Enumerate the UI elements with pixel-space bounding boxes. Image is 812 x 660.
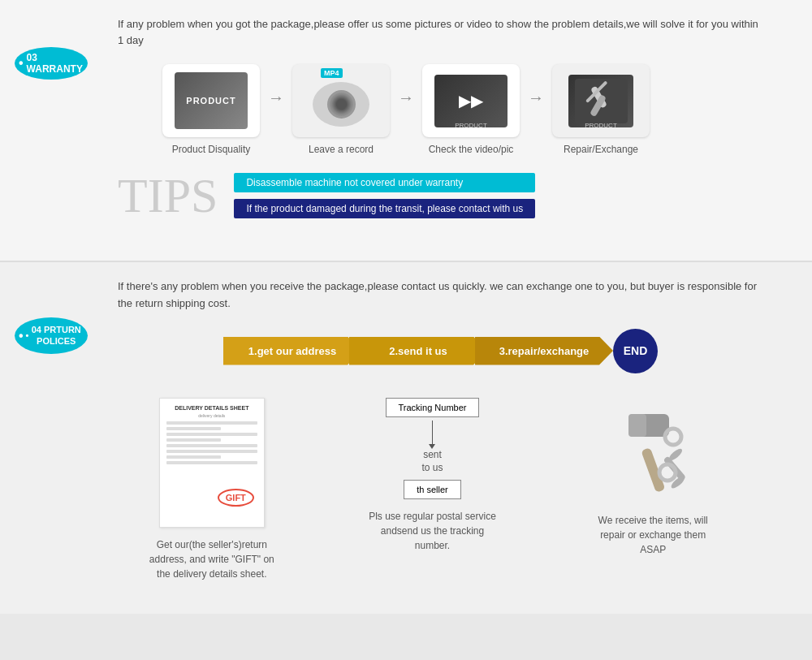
- step-icon-video: ▶▶ PRODUCT: [422, 64, 520, 137]
- sheet-subtitle: delivery details: [166, 413, 257, 418]
- mp4-badge: MP4: [321, 68, 343, 78]
- arrow-1: →: [268, 88, 284, 107]
- flow-step-3: 3.repair/exchange: [475, 337, 601, 365]
- step-icon-repair: PRODUCT: [552, 64, 650, 137]
- gift-oval: GIFT: [218, 489, 254, 507]
- page-wrapper: If any problem when you got the package,…: [0, 0, 812, 614]
- warranty-section: If any problem when you got the package,…: [0, 0, 812, 262]
- return-item-text-1: Get our(the seller's)return address, and…: [147, 537, 277, 581]
- video-product-label: PRODUCT: [422, 122, 520, 129]
- return-section: If there's any problem when you receive …: [0, 262, 812, 614]
- camera-lens: [327, 90, 356, 119]
- line1: [166, 421, 257, 425]
- line6: [166, 450, 257, 453]
- line3: [166, 433, 257, 436]
- tracking-sent: sent to us: [421, 448, 443, 476]
- return-item-text-2: Pls use regular postal service andsend u…: [368, 509, 498, 553]
- flow-box-1: 1.get our address: [223, 337, 361, 365]
- warranty-steps: PRODUCT Product Disquality → MP4 Leave a…: [65, 64, 747, 155]
- flow-step-2: 2.send it us: [349, 337, 475, 365]
- tools-graphic: [596, 398, 710, 503]
- step-label-4: Repair/Exchange: [564, 144, 638, 155]
- tips-section: TIPS Disassemble machine not covered und…: [118, 171, 747, 220]
- step-repair: PRODUCT Repair/Exchange: [552, 64, 650, 155]
- seller-box: th seller: [404, 480, 461, 499]
- badge-03: 03 WARRANTY: [15, 47, 88, 80]
- return-item-3: We receive the items, will repair or exc…: [559, 398, 747, 581]
- sheet-title: DELIVERY DETAILS SHEET: [166, 405, 257, 411]
- step-icon-product: PRODUCT: [162, 64, 260, 137]
- step-leave-record: MP4 Leave a record: [292, 64, 390, 155]
- sheet-lines: [166, 421, 257, 464]
- video-icon: ▶▶: [434, 75, 508, 127]
- product-icon: PRODUCT: [175, 72, 248, 129]
- return-description: If there's any problem when you receive …: [118, 278, 763, 313]
- step-label-2: Leave a record: [309, 144, 374, 155]
- tracking-graphic: Tracking Number sent to us th seller: [380, 398, 486, 500]
- svg-rect-6: [628, 414, 646, 437]
- return-flow: 1.get our address 2.send it us 3.repair/…: [118, 329, 763, 373]
- step-icon-camera: MP4: [292, 64, 390, 137]
- line8: [166, 461, 257, 464]
- badge-04: •04 PRTURN POLICES: [15, 317, 88, 354]
- flow-box-3: 3.repair/exchange: [475, 337, 613, 365]
- flow-end: END: [613, 329, 658, 373]
- arrow-2: →: [398, 88, 414, 107]
- step-check-video: ▶▶ PRODUCT Check the video/pic: [422, 64, 520, 155]
- tips-boxes: Disassemble machine not covered under wa…: [234, 173, 535, 218]
- return-item-2: Tracking Number sent to us th seller Pls…: [339, 398, 527, 581]
- line7: [166, 455, 221, 459]
- tip-box-1: Disassemble machine not covered under wa…: [234, 173, 535, 192]
- return-item-1: DELIVERY DETAILS SHEET delivery details …: [118, 398, 306, 581]
- line4: [166, 438, 221, 442]
- svg-point-11: [659, 464, 676, 481]
- tips-title: TIPS: [118, 171, 218, 220]
- line5: [166, 444, 257, 447]
- step-label-3: Check the video/pic: [429, 144, 514, 155]
- tracking-arrow: [432, 421, 433, 445]
- tools-svg: [604, 406, 702, 495]
- line2: [166, 427, 221, 430]
- return-details: DELIVERY DETAILS SHEET delivery details …: [118, 398, 747, 581]
- tip-box-2: If the product damaged during the transi…: [234, 199, 535, 218]
- camera-body: [313, 82, 369, 127]
- repair-icon: [568, 75, 633, 127]
- arrow-3: →: [528, 88, 544, 107]
- flow-step-1: 1.get our address: [223, 337, 349, 365]
- warranty-description: If any problem when you got the package,…: [118, 16, 763, 48]
- return-item-text-3: We receive the items, will repair or exc…: [588, 513, 718, 557]
- flow-box-2: 2.send it us: [349, 337, 487, 365]
- step-product-disquality: PRODUCT Product Disquality: [162, 64, 260, 155]
- tracking-number-box: Tracking Number: [386, 398, 480, 417]
- repair-product-label: PRODUCT: [552, 122, 650, 129]
- delivery-sheet: DELIVERY DETAILS SHEET delivery details …: [159, 398, 265, 528]
- step-label-1: Product Disquality: [172, 144, 251, 155]
- svg-point-10: [665, 429, 681, 445]
